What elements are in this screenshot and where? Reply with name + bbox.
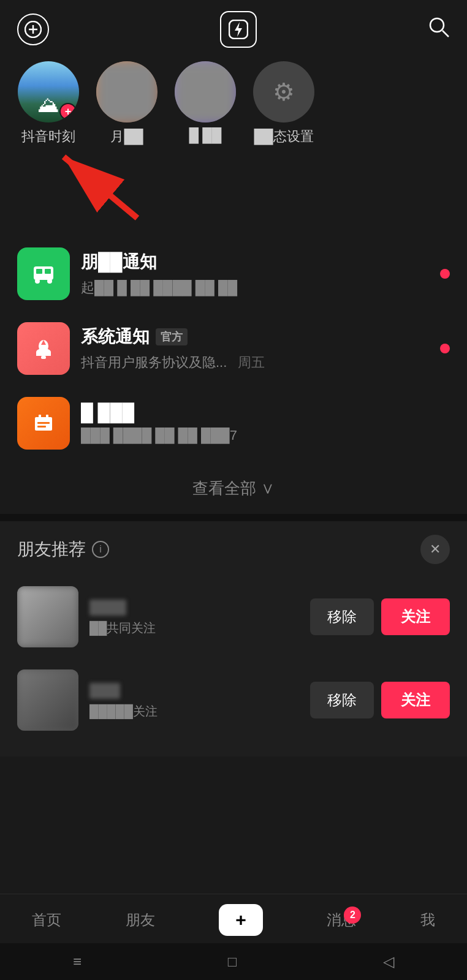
msg-tag-official: 官方	[156, 328, 188, 345]
friend-sub-1: ██共同关注	[89, 620, 299, 636]
svg-rect-21	[37, 426, 46, 428]
svg-line-6	[442, 31, 449, 37]
msg-avatar-system	[17, 322, 70, 375]
message-item-bus[interactable]: 朋██通知 起██ █ ██ ████ ██ ██	[0, 236, 467, 311]
msg-preview-system: 抖音用户服务协议及隐... 周五	[81, 353, 450, 372]
unread-dot-bus	[440, 269, 450, 279]
msg-title-system: 系统通知 官方	[81, 325, 450, 349]
nav-friends[interactable]: 朋友	[126, 910, 155, 930]
friend-sub-2: █████关注	[89, 703, 299, 720]
remove-friend-1-button[interactable]: 移除	[310, 598, 374, 635]
friend-actions-2: 移除 关注	[310, 682, 450, 718]
svg-marker-4	[235, 22, 242, 37]
remove-friend-2-button[interactable]: 移除	[310, 682, 374, 718]
follow-friend-2-button[interactable]: 关注	[381, 682, 450, 718]
sys-back-icon[interactable]: ◁	[383, 953, 394, 970]
add-button[interactable]: +	[219, 904, 263, 936]
friends-recommend-section: 朋友推荐 i ✕ ██共同关注 移除 关注	[0, 521, 467, 756]
msg-preview-bus: 起██ █ ██ ████ ██ ██	[81, 279, 450, 297]
search-button[interactable]	[428, 16, 450, 43]
red-arrow-svg	[39, 145, 162, 224]
add-moment-badge[interactable]: +	[59, 103, 77, 120]
friend-name-1	[89, 597, 299, 616]
home-label: 首页	[32, 910, 61, 930]
msg-avatar-bus	[17, 247, 70, 300]
nav-add[interactable]: +	[219, 904, 263, 936]
messages-badge: 2	[344, 907, 361, 924]
friends-title: 朋友推荐 i	[17, 538, 109, 561]
view-all-button[interactable]: 查看全部 ∨	[0, 467, 467, 514]
svg-rect-15	[41, 356, 46, 359]
svg-rect-10	[36, 269, 42, 274]
msg-avatar-orange	[17, 397, 70, 450]
friend-avatar-1	[17, 586, 78, 647]
top-bar	[0, 0, 467, 55]
friend-avatar-2	[17, 669, 78, 731]
section-divider	[0, 514, 467, 521]
message-item-orange[interactable]: █ ███ ███ ████ ██ ██ ███7	[0, 386, 467, 461]
msg-title-bus: 朋██通知	[81, 251, 450, 274]
svg-point-12	[35, 279, 40, 284]
svg-line-8	[64, 157, 137, 218]
moment-person2-label: █ ██	[189, 127, 222, 143]
msg-content-orange: █ ███ ███ ████ ██ ██ ███7	[81, 403, 450, 443]
flash-button[interactable]	[220, 11, 257, 48]
nav-messages[interactable]: 消息 2	[327, 910, 356, 930]
msg-content-bus: 朋██通知 起██ █ ██ ████ ██ ██	[81, 251, 450, 297]
friend-name-2	[89, 680, 299, 699]
message-list: 朋██通知 起██ █ ██ ████ ██ ██ 系统通知 官方 抖音用户服务…	[0, 236, 467, 467]
message-item-system[interactable]: 系统通知 官方 抖音用户服务协议及隐... 周五	[0, 311, 467, 386]
me-label: 我	[420, 910, 435, 930]
moment-person2[interactable]: █ ██	[172, 61, 239, 143]
moment-person1[interactable]: 月██	[93, 61, 161, 146]
unread-dot-system	[440, 344, 450, 353]
my-moment[interactable]: + 抖音时刻	[15, 61, 82, 146]
nav-me[interactable]: 我	[420, 910, 435, 930]
nav-home[interactable]: 首页	[32, 910, 61, 930]
my-moment-label: 抖音时刻	[21, 127, 75, 146]
arrow-annotation	[15, 157, 452, 236]
msg-preview-orange: ███ ████ ██ ██ ███7	[81, 428, 450, 443]
svg-rect-20	[37, 422, 50, 424]
friend-card-2: █████关注 移除 关注	[0, 658, 467, 742]
moment-person1-label: 月██	[110, 127, 143, 146]
msg-title-orange: █ ███	[81, 403, 450, 423]
friend-info-2: █████关注	[89, 680, 299, 720]
svg-rect-11	[45, 269, 51, 274]
msg-content-system: 系统通知 官方 抖音用户服务协议及隐... 周五	[81, 325, 450, 372]
friend-info-1: ██共同关注	[89, 597, 299, 636]
sys-home-icon[interactable]: □	[228, 953, 237, 970]
add-post-icon[interactable]	[17, 13, 49, 45]
moment-settings[interactable]: ⚙ ██态设置	[250, 61, 317, 146]
info-icon[interactable]: i	[92, 541, 109, 558]
close-friends-button[interactable]: ✕	[420, 535, 450, 564]
svg-rect-19	[46, 415, 48, 418]
moment-settings-label: ██态设置	[254, 127, 313, 146]
svg-point-5	[430, 18, 444, 32]
friend-actions-1: 移除 关注	[310, 598, 450, 635]
sys-menu-icon[interactable]: ≡	[73, 953, 82, 970]
friends-label: 朋友	[126, 910, 155, 930]
moments-row: + 抖音时刻 月██ █ ██ ⚙ ██态设置	[0, 55, 467, 157]
bottom-navigation: 首页 朋友 + 消息 2 我	[0, 894, 467, 943]
svg-rect-18	[39, 415, 41, 418]
system-navigation-bar: ≡ □ ◁	[0, 943, 467, 980]
svg-point-13	[47, 279, 52, 284]
friends-header: 朋友推荐 i ✕	[0, 521, 467, 575]
friend-card-1: ██共同关注 移除 关注	[0, 575, 467, 658]
follow-friend-1-button[interactable]: 关注	[381, 598, 450, 635]
